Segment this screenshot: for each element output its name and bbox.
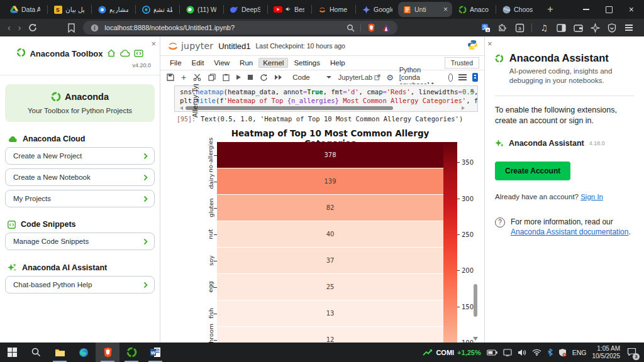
code-icon[interactable]: [134, 48, 143, 60]
paste-icon[interactable]: [223, 74, 230, 81]
browser-tab[interactable]: Google C: [357, 2, 397, 17]
code-line: plt.title(f'Heatmap of Top {n_allergies}…: [180, 97, 472, 106]
browser-tab[interactable]: DeepSee: [225, 2, 265, 17]
home-icon[interactable]: [107, 48, 116, 60]
sidebar-item-manage-code-snippets[interactable]: Manage Code Snippets: [5, 233, 155, 250]
vpn-shield-icon[interactable]: [607, 23, 617, 33]
add-cell-icon[interactable]: +: [181, 72, 186, 82]
tab-audio-icon[interactable]: [286, 6, 291, 13]
search-icon[interactable]: [345, 23, 355, 33]
cell-horizontal-scrollbar[interactable]: [180, 106, 465, 110]
cell-type-dropdown[interactable]: Code: [292, 74, 331, 81]
notification-icon[interactable]: 3: [627, 347, 636, 358]
extensions-puzzle-icon[interactable]: [497, 23, 508, 33]
bookmarks-icon[interactable]: [67, 23, 75, 33]
browser-tab[interactable]: Unti×: [398, 2, 452, 17]
open-jupyterlab-link[interactable]: JupyterLab: [338, 74, 380, 81]
cut-icon[interactable]: [193, 74, 201, 81]
taskbar-anaconda[interactable]: [119, 343, 143, 362]
menu-kernel[interactable]: Kernel: [258, 58, 288, 68]
sign-in-link[interactable]: Sign In: [580, 193, 603, 200]
taskbar-edge[interactable]: [72, 343, 96, 362]
battery-icon[interactable]: [487, 349, 497, 356]
reader-icon[interactable]: a: [514, 23, 525, 33]
leo-sparkle-icon[interactable]: [590, 23, 600, 33]
stock-ticker[interactable]: COMI +1,25%: [423, 349, 480, 356]
stop-icon[interactable]: [248, 75, 253, 80]
copy-icon[interactable]: [208, 74, 216, 81]
notebook-vertical-scrollbar[interactable]: [474, 284, 477, 317]
assistant-close-icon[interactable]: ×: [487, 39, 492, 48]
scrollbar-thumb[interactable]: [186, 106, 393, 110]
taskbar-search-icon[interactable]: [24, 343, 48, 362]
browser-tab[interactable]: 5تحليل بيان: [49, 2, 89, 17]
save-icon[interactable]: [167, 74, 174, 81]
sidebar-toggle-icon[interactable]: [556, 23, 566, 33]
sidebar-item-my-projects[interactable]: My Projects: [5, 190, 155, 207]
brave-shield-icon[interactable]: [366, 23, 376, 33]
scroll-down-icon[interactable]: [473, 337, 478, 341]
site-info-icon[interactable]: [89, 23, 99, 33]
cell-value: 40: [326, 231, 335, 238]
media-icon[interactable]: ♫: [539, 23, 549, 33]
sidebar-item-create-a-new-notebook[interactable]: Create a New Notebook: [5, 168, 155, 186]
scroll-right-icon[interactable]: [462, 106, 465, 110]
toolbar-menu-icon[interactable]: [458, 74, 467, 80]
browser-tab[interactable]: Choosin: [497, 2, 537, 17]
taskbar-word[interactable]: W: [143, 343, 167, 362]
sidebar-item-create-a-new-project[interactable]: Create a New Project: [5, 147, 155, 165]
new-tab-button[interactable]: +: [543, 4, 557, 15]
sidebar-item-chat-based-python-help[interactable]: Chat-based Python Help: [5, 276, 155, 293]
create-account-button[interactable]: Create Account: [495, 162, 570, 180]
cast-icon[interactable]: [503, 349, 512, 356]
gemini-icon: [362, 5, 370, 14]
run-all-icon[interactable]: [275, 75, 282, 80]
speaker-icon[interactable]: [518, 349, 526, 356]
browser-tab[interactable]: Anacond: [453, 2, 493, 17]
browser-menu-icon[interactable]: [624, 23, 634, 33]
browser-tab[interactable]: خطة تشغ: [137, 2, 177, 17]
avg-shield-icon[interactable]: [381, 23, 391, 33]
code-editor[interactable]: sns.heatmap(heatmap_data, annot=True, fm…: [175, 86, 477, 107]
bluetooth-icon[interactable]: [547, 348, 553, 356]
wifi-icon[interactable]: [532, 349, 541, 356]
defender-icon[interactable]: [558, 348, 567, 357]
run-icon[interactable]: [236, 75, 241, 80]
address-bar[interactable]: localhost:8888/notebooks/Untitled1.ipynb…: [83, 21, 397, 35]
menu-settings[interactable]: Settings: [289, 58, 325, 68]
browser-tab[interactable]: Data Ana: [5, 2, 45, 17]
browser-tab[interactable]: المشاريع: [93, 2, 133, 17]
browser-tab[interactable]: Home: [313, 2, 353, 17]
menu-edit[interactable]: Edit: [187, 58, 209, 68]
cloud-outline-icon[interactable]: [119, 48, 130, 60]
minimize-icon[interactable]: [583, 9, 589, 10]
documentation-link[interactable]: Anaconda Assistant documentation: [511, 228, 628, 236]
language-indicator[interactable]: ENG: [572, 349, 587, 356]
maximize-icon[interactable]: [606, 6, 613, 13]
taskbar-file-explorer[interactable]: [48, 343, 72, 362]
notebook-title[interactable]: Untitled1: [218, 41, 250, 51]
browser-tab[interactable]: Best: [269, 2, 309, 17]
restart-kernel-icon[interactable]: [260, 74, 268, 82]
menu-file[interactable]: File: [165, 58, 186, 68]
start-button[interactable]: [0, 343, 24, 362]
scroll-up-icon[interactable]: [470, 89, 475, 92]
close-window-icon[interactable]: ×: [629, 5, 634, 14]
tab-close-icon[interactable]: ×: [443, 5, 448, 14]
code-cell[interactable]: sns.heatmap(heatmap_data, annot=True, fm…: [174, 85, 478, 112]
side-panel-icon[interactable]: [472, 73, 478, 82]
translate-icon[interactable]: 文a: [480, 23, 491, 33]
menu-run[interactable]: Run: [235, 58, 257, 68]
back-icon[interactable]: ‹: [8, 23, 11, 32]
taskbar-brave[interactable]: [96, 343, 119, 362]
colorbar-tick-label: 150: [462, 303, 474, 310]
taskbar-clock[interactable]: 1:05 AM 10/5/2025: [592, 345, 621, 359]
gear-icon[interactable]: ⚙: [386, 73, 394, 82]
forward-icon[interactable]: ›: [18, 23, 21, 32]
menu-view[interactable]: View: [209, 58, 234, 68]
browser-tab[interactable]: (11) Wha: [181, 2, 221, 17]
scroll-left-icon[interactable]: [180, 106, 183, 110]
sidebar-close-icon[interactable]: ×: [151, 39, 156, 48]
wallet-icon[interactable]: [573, 23, 583, 33]
reload-icon[interactable]: [28, 23, 37, 32]
